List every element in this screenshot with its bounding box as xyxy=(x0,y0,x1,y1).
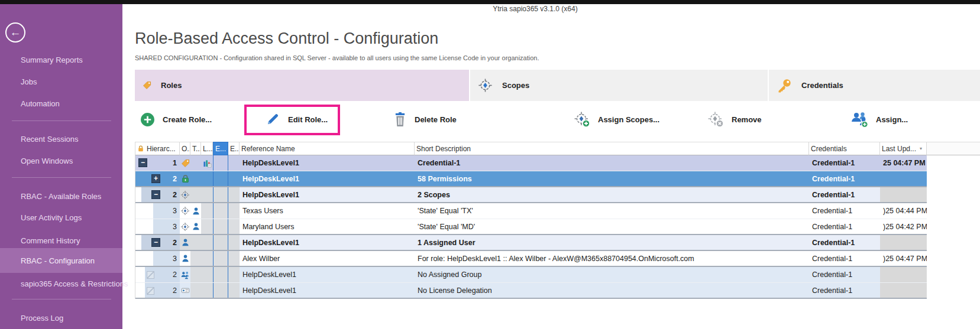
collapse-icon[interactable]: − xyxy=(138,158,147,167)
column-header-short-description[interactable]: Short Description xyxy=(415,142,809,155)
tab-roles[interactable]: Roles xyxy=(135,70,469,101)
credentials-cell: Credential-1 xyxy=(809,219,880,234)
trash-icon xyxy=(393,112,407,127)
credentials-cell: Credential-1 xyxy=(809,155,880,171)
key-icon xyxy=(777,78,792,93)
sidebar-item-automation[interactable]: Automation xyxy=(0,93,122,113)
table-row[interactable]: −2HelpDeskLevel11 Assigned UserCredentia… xyxy=(135,235,927,251)
sidebar-item-rbac-available-roles[interactable]: RBAC - Available Roles xyxy=(0,186,122,206)
short-description-cell: No License Delegation xyxy=(415,283,809,298)
report-chart-icon xyxy=(203,159,212,168)
cell-t xyxy=(190,235,201,250)
column-header-o[interactable]: O... xyxy=(180,142,190,155)
table-row[interactable]: 3Maryland Users'State' Equal 'MD'Credent… xyxy=(135,219,927,235)
cell-t xyxy=(190,251,201,266)
expander-disabled-box xyxy=(147,271,154,279)
sidebar-item-label: RBAC - Configuration xyxy=(21,256,95,265)
column-header-reference-name[interactable]: Reference Name xyxy=(240,142,415,155)
remove-scope-icon xyxy=(707,111,724,128)
cell-e2 xyxy=(228,171,240,186)
column-header-l[interactable]: L... xyxy=(201,142,213,155)
column-header-label: Reference Name xyxy=(241,145,295,153)
hierarchy-level: 2 xyxy=(173,235,177,250)
hierarchy-indent xyxy=(135,251,153,266)
sidebar-item-open-windows[interactable]: Open Windows xyxy=(0,151,122,171)
column-header-hierarc[interactable]: Hierarc... xyxy=(135,142,180,155)
table-row[interactable]: +2HelpDeskLevel158 PermissionsCredential… xyxy=(135,171,927,187)
cell-l xyxy=(201,203,213,219)
hierarchy-level: 3 xyxy=(173,203,177,219)
lock-green-icon xyxy=(181,174,190,183)
table-row[interactable]: 2HelpDeskLevel1No License DelegationCred… xyxy=(135,283,927,299)
column-header-label: Credentials xyxy=(811,145,847,153)
column-header-label: E... xyxy=(230,145,240,153)
table-row[interactable]: −2HelpDeskLevel12 ScopesCredential-1 xyxy=(135,187,927,203)
tab-label: Roles xyxy=(161,81,182,90)
sidebar-item-user-activity-logs[interactable]: User Activity Logs xyxy=(0,207,122,227)
sidebar-item-label: Recent Sessions xyxy=(21,135,79,144)
reference-name-cell: Alex Wilber xyxy=(240,251,415,266)
sidebar-item-label: Summary Reports xyxy=(21,56,83,64)
cell-o xyxy=(180,251,190,266)
cell-e1 xyxy=(213,283,228,298)
expand-icon[interactable]: + xyxy=(151,174,160,183)
cell-l xyxy=(201,251,213,266)
collapse-icon[interactable]: − xyxy=(151,190,160,199)
collapse-icon[interactable]: − xyxy=(151,238,160,247)
scope-gray-icon xyxy=(180,222,190,232)
sidebar-item-comment-history[interactable]: Comment History xyxy=(0,230,122,250)
sidebar-item-rbac-configuration[interactable]: RBAC - Configuration xyxy=(0,248,122,273)
tab-label: Scopes xyxy=(502,81,529,90)
table-row[interactable]: −1HelpDeskLevel1Credential-1Credential-1… xyxy=(135,155,927,171)
last-updated-cell: )25 04:42 PM xyxy=(880,219,927,234)
cell-t xyxy=(190,187,201,202)
sidebar-item-process-log[interactable]: Process Log xyxy=(0,308,122,328)
last-updated-cell: )25 04:44 PM xyxy=(880,203,927,219)
group-icon xyxy=(180,271,190,279)
column-header-t[interactable]: T... xyxy=(190,142,201,155)
cell-e2 xyxy=(228,155,240,171)
hierarchy-cell: −2 xyxy=(135,235,180,250)
sidebar-item-label: Open Windows xyxy=(21,157,73,165)
sidebar-item-jobs[interactable]: Jobs xyxy=(0,71,122,92)
column-header-last-upd[interactable]: Last Upd...▾ xyxy=(880,142,927,155)
credentials-cell: Credential-1 xyxy=(809,251,880,266)
tab-scopes[interactable]: Scopes xyxy=(470,70,768,101)
sidebar-divider xyxy=(12,177,111,178)
cell-t xyxy=(190,283,201,298)
sidebar-item-sapio365-access-restrictions[interactable]: sapio365 Access & Restrictions xyxy=(0,273,122,294)
short-description-cell: 1 Assigned User xyxy=(415,235,809,250)
sidebar-divider xyxy=(12,120,111,121)
assign-button[interactable]: Assign... xyxy=(850,105,908,133)
hierarchy-cell: 2 xyxy=(135,283,180,298)
cell-o xyxy=(180,267,190,282)
sidebar-item-label: Comment History xyxy=(21,236,80,245)
hierarchy-indent xyxy=(135,203,153,219)
column-header-e[interactable]: E... xyxy=(228,142,240,155)
table-row[interactable]: 3Texas Users'State' Equal 'TX'Credential… xyxy=(135,203,927,219)
credentials-cell: Credential-1 xyxy=(809,187,880,202)
reference-name-cell: HelpDeskLevel1 xyxy=(240,267,415,282)
toolbar-button-label: Create Role... xyxy=(163,115,212,124)
remove-button[interactable]: Remove xyxy=(707,105,762,133)
cell-o xyxy=(180,187,190,202)
cell-l xyxy=(201,171,213,186)
table-row[interactable]: 3Alex WilberFor role: HelpDeskLevel1 :: … xyxy=(135,251,927,267)
sidebar-item-label: Jobs xyxy=(21,77,37,86)
table-row[interactable]: 2HelpDeskLevel1No Assigned GroupCredenti… xyxy=(135,267,927,283)
cell-e1 xyxy=(213,219,228,234)
column-header-e[interactable]: E... xyxy=(213,142,228,155)
create-role-button[interactable]: Create Role... xyxy=(140,105,212,133)
column-header-credentials[interactable]: Credentials xyxy=(809,142,880,155)
sidebar-item-recent-sessions[interactable]: Recent Sessions xyxy=(0,129,122,149)
cell-o xyxy=(180,235,190,250)
delete-role-button[interactable]: Delete Role xyxy=(393,105,457,133)
last-updated-cell xyxy=(880,267,927,282)
back-arrow-icon[interactable]: ← xyxy=(5,22,25,43)
sidebar-item-label: RBAC - Available Roles xyxy=(21,192,101,201)
sidebar-item-summary-reports[interactable]: Summary Reports xyxy=(0,50,122,70)
assign-scopes-button[interactable]: Assign Scopes... xyxy=(574,105,659,133)
reference-name-cell: HelpDeskLevel1 xyxy=(240,235,415,250)
reference-name-cell: HelpDeskLevel1 xyxy=(240,187,415,202)
tab-credentials[interactable]: Credentials xyxy=(769,70,980,101)
